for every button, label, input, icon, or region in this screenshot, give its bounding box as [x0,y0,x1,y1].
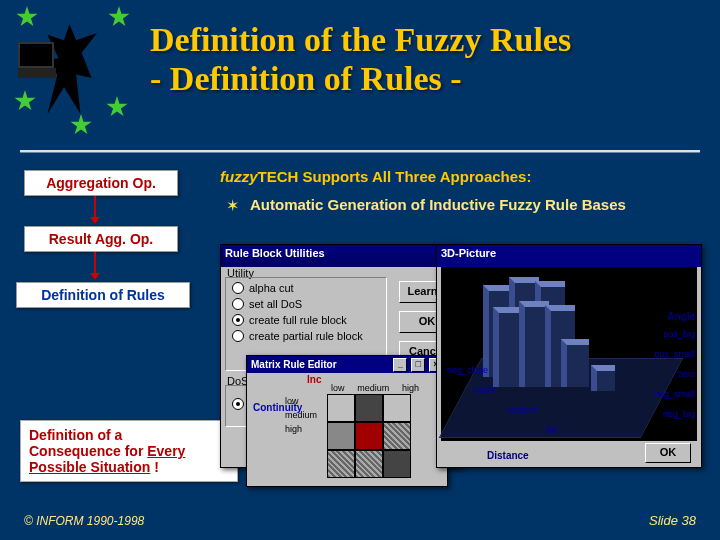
matrix-cell[interactable] [355,450,383,478]
maximize-icon[interactable]: □ [411,358,425,372]
divider [20,150,700,152]
matrix-cols: low medium high [321,382,419,393]
title-line-1: Definition of the Fuzzy Rules [150,21,571,58]
matrix-rows: low medium high [285,392,317,434]
bullet-text: Automatic Generation of Inductive Fuzzy … [250,196,626,213]
y-tick: pos_small [654,349,695,359]
footer-copyright: © INFORM 1990-1998 [24,514,144,528]
matrix-cell[interactable] [355,422,383,450]
rule-matrix[interactable] [327,394,409,476]
slide-root: Definition of the Fuzzy Rules - Definiti… [0,0,720,540]
matrix-cell[interactable] [355,394,383,422]
3d-ok-button[interactable]: OK [645,443,691,463]
dialog-title-bar[interactable]: Rule Block Utilities [221,245,461,267]
y-axis-label: Angle [667,311,695,322]
matrix-cell[interactable] [383,422,411,450]
clipart-figure [10,6,140,136]
y-tick: neg_small [654,389,695,399]
axis-inc-label: Inc [307,374,321,385]
brand-fuzzy: fuzzy [220,168,258,185]
y-tick: pos_big [663,329,695,339]
callout-box: Definition of a Consequence for Every Po… [20,420,238,482]
title-line-2: - Definition of Rules - [150,60,462,97]
support-line: fuzzyTECH Supports All Three Approaches: [220,168,531,185]
minimize-icon[interactable]: _ [393,358,407,372]
arrow-down-icon [94,252,96,274]
slide-title: Definition of the Fuzzy Rules - Definiti… [150,20,571,98]
radio-create-full[interactable]: create full rule block [232,314,380,326]
flow-box-aggregation: Aggregation Op. [24,170,178,196]
dialog-matrix-rule-editor: Matrix Rule Editor _ □ × Inc low medium … [246,355,448,487]
dialog-3d-picture: 3D-Picture Distance Angle neg_close clos… [436,244,702,468]
matrix-cell[interactable] [383,394,411,422]
radio-dos-value[interactable] [232,398,244,410]
bullet-icon: ✶ [226,196,239,215]
radio-set-all-dos[interactable]: set all DoS [232,298,380,310]
radio-create-partial[interactable]: create partial rule block [232,330,380,342]
x-tick: neg_close [447,365,488,375]
x-axis-label: Distance [487,450,529,461]
flow-box-result: Result Agg. Op. [24,226,178,252]
footer-slide-number: Slide 38 [649,513,696,528]
3d-title-bar[interactable]: 3D-Picture [437,245,701,267]
matrix-cell[interactable] [383,450,411,478]
brand-tech: TECH [258,168,299,185]
y-tick: zero [677,369,695,379]
matrix-cell[interactable] [327,394,355,422]
arrow-down-icon [94,196,96,218]
matrix-title-bar[interactable]: Matrix Rule Editor _ □ × [247,356,447,373]
y-tick: neg_big [663,409,695,419]
matrix-cell[interactable] [327,422,355,450]
radio-alpha-cut[interactable]: alpha cut [232,282,380,294]
x-tick: medium [507,405,539,415]
matrix-cell[interactable] [327,450,355,478]
flow-box-definition: Definition of Rules [16,282,190,308]
x-tick: close [473,385,494,395]
x-tick: far [547,425,558,435]
